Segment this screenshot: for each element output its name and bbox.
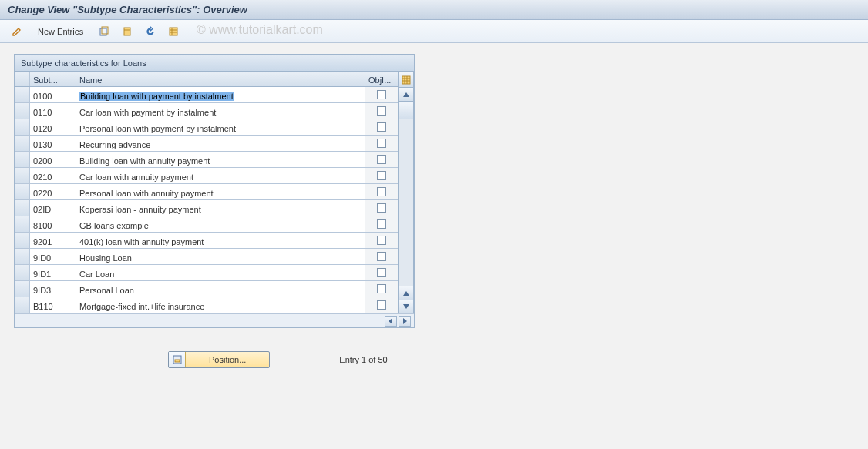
cell-subtype-code[interactable]: 9201: [30, 233, 76, 248]
cell-subtype-code[interactable]: 0130: [30, 136, 76, 151]
cell-subtype-code[interactable]: 9ID3: [30, 281, 76, 297]
col-selector[interactable]: [15, 72, 30, 86]
col-name[interactable]: Name: [76, 72, 365, 86]
table-row: 0130Recurring advance: [15, 136, 398, 152]
scroll-track[interactable]: [399, 119, 414, 286]
delete-icon[interactable]: [118, 24, 136, 39]
toggle-change-icon[interactable]: [8, 24, 26, 39]
table-row: 9ID0Housing Loan: [15, 249, 398, 265]
objid-checkbox[interactable]: [377, 122, 386, 132]
row-selector[interactable]: [15, 136, 30, 151]
cell-name[interactable]: Car Loan: [76, 265, 365, 280]
cell-name[interactable]: Building loan with payment by instalment: [76, 87, 365, 102]
cell-name[interactable]: 401(k) loan with annuity payment: [76, 233, 365, 248]
cell-subtype-code[interactable]: 0110: [30, 103, 76, 119]
objid-checkbox[interactable]: [377, 268, 386, 277]
objid-checkbox[interactable]: [377, 106, 386, 116]
cell-name[interactable]: Personal Loan: [76, 281, 365, 297]
table-row: 0120Personal loan with payment by instal…: [15, 119, 398, 136]
table-row: 0200Building loan with annuity payment: [15, 152, 398, 168]
undo-icon[interactable]: [141, 24, 160, 39]
row-selector[interactable]: [15, 119, 30, 135]
cell-name[interactable]: Personal loan with annuity payment: [76, 184, 365, 199]
cell-name[interactable]: Building loan with annuity payment: [76, 152, 365, 167]
row-selector[interactable]: [15, 168, 30, 183]
svg-rect-2: [124, 28, 130, 35]
grid-header-row: Subt... Name ObjI...: [15, 72, 398, 87]
new-entries-button[interactable]: New Entries: [31, 24, 90, 39]
cell-name[interactable]: Recurring advance: [76, 136, 365, 151]
cell-subtype-code[interactable]: 0200: [30, 152, 76, 167]
scroll-right-icon[interactable]: [399, 316, 411, 327]
cell-objid: [365, 233, 398, 248]
cell-name[interactable]: Housing Loan: [76, 249, 365, 264]
cell-name[interactable]: Car loan with payment by instalment: [76, 103, 365, 119]
row-selector[interactable]: [15, 265, 30, 280]
objid-checkbox[interactable]: [377, 284, 386, 293]
row-selector[interactable]: [15, 200, 30, 216]
scroll-left-icon[interactable]: [385, 316, 397, 327]
table-row: 0110Car loan with payment by instalment: [15, 103, 398, 119]
scroll-down-icon[interactable]: [399, 300, 414, 313]
row-selector[interactable]: [15, 216, 30, 232]
objid-checkbox[interactable]: [377, 300, 386, 310]
cell-name[interactable]: Koperasi loan - annuity payment: [76, 200, 365, 216]
row-selector[interactable]: [15, 249, 30, 264]
cell-subtype-code[interactable]: 02ID: [30, 200, 76, 216]
cell-name[interactable]: GB loans example: [76, 216, 365, 232]
cell-objid: [365, 136, 398, 151]
row-selector[interactable]: [15, 184, 30, 199]
col-obj[interactable]: ObjI...: [365, 72, 398, 86]
objid-checkbox[interactable]: [377, 171, 386, 180]
objid-checkbox[interactable]: [377, 236, 386, 245]
objid-checkbox[interactable]: [377, 252, 386, 261]
svg-rect-3: [170, 28, 177, 35]
page-title: Change View "Subtype Characteristics": O…: [8, 4, 247, 15]
cell-name[interactable]: Car loan with annuity payment: [76, 168, 365, 183]
row-selector[interactable]: [15, 281, 30, 297]
objid-checkbox[interactable]: [377, 219, 386, 229]
position-label: Position...: [186, 355, 269, 364]
svg-rect-1: [102, 27, 108, 34]
vertical-scrollbar[interactable]: [399, 72, 414, 313]
row-selector[interactable]: [15, 233, 30, 248]
cell-subtype-code[interactable]: 0120: [30, 119, 76, 135]
cell-subtype-code[interactable]: 9ID1: [30, 265, 76, 280]
cell-subtype-code[interactable]: 0100: [30, 87, 76, 102]
cell-subtype-code[interactable]: B110: [30, 297, 76, 313]
cell-subtype-code[interactable]: 0220: [30, 184, 76, 199]
table-row: 9201401(k) loan with annuity payment: [15, 233, 398, 249]
panel-title: Subtype characteristics for Loans: [15, 55, 414, 72]
objid-checkbox[interactable]: [377, 155, 386, 164]
row-selector[interactable]: [15, 87, 30, 102]
table-row: 0100Building loan with payment by instal…: [15, 87, 398, 103]
cell-subtype-code[interactable]: 9ID0: [30, 249, 76, 264]
objid-checkbox[interactable]: [377, 139, 386, 148]
cell-objid: [365, 152, 398, 167]
select-all-icon[interactable]: [164, 24, 183, 39]
scroll-up-icon[interactable]: [399, 87, 414, 101]
svg-rect-0: [100, 28, 106, 35]
objid-checkbox[interactable]: [377, 90, 386, 99]
row-selector[interactable]: [15, 297, 30, 313]
cell-name[interactable]: Personal loan with payment by instalment: [76, 119, 365, 135]
cell-name[interactable]: Mortgage-fixed int.+life insurance: [76, 297, 365, 313]
row-selector[interactable]: [15, 103, 30, 119]
objid-checkbox[interactable]: [377, 203, 386, 213]
svg-rect-6: [175, 360, 180, 362]
table-row: 9ID3Personal Loan: [15, 281, 398, 297]
position-button[interactable]: Position...: [168, 351, 270, 368]
application-toolbar: New Entries © www.tutorialkart.com: [0, 20, 868, 43]
row-selector[interactable]: [15, 152, 30, 167]
position-icon: [169, 352, 186, 367]
cell-subtype-code[interactable]: 8100: [30, 216, 76, 232]
scroll-up2-icon[interactable]: [399, 286, 414, 300]
objid-checkbox[interactable]: [377, 187, 386, 196]
copy-as-icon[interactable]: [95, 24, 113, 39]
subtype-panel: Subtype characteristics for Loans Subt..…: [14, 54, 415, 328]
cell-subtype-code[interactable]: 0210: [30, 168, 76, 183]
horizontal-scrollbar[interactable]: [15, 313, 414, 327]
scroll-thumb[interactable]: [399, 101, 414, 119]
col-code[interactable]: Subt...: [30, 72, 76, 86]
table-settings-icon[interactable]: [399, 72, 414, 87]
